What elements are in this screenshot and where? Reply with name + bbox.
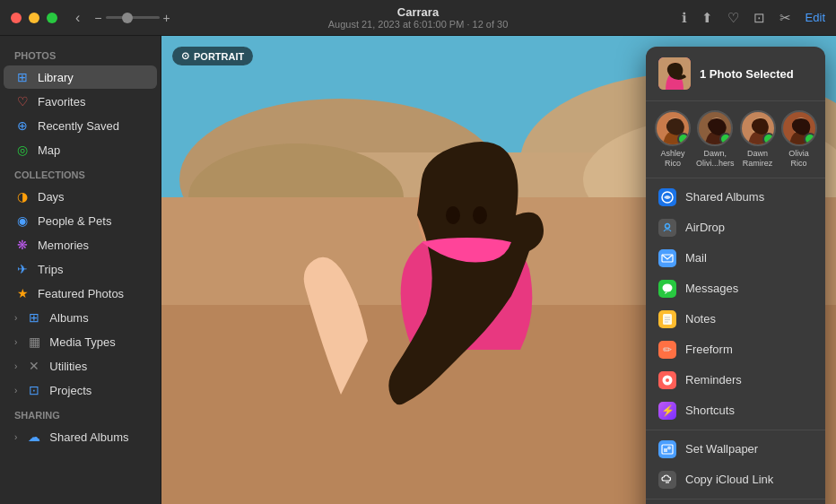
menu-mail[interactable]: Mail	[646, 243, 825, 274]
sidebar-section-collections: Collections	[0, 162, 161, 184]
svg-rect-32	[664, 448, 667, 452]
mail-label: Mail	[685, 251, 707, 265]
sidebar-item-utilities[interactable]: › ✕ Utilities	[4, 354, 157, 378]
photo-area: ⊙ PORTRAIT 1 Photo Selected	[161, 36, 836, 504]
svg-point-22	[666, 223, 670, 228]
sidebar-label-memories: Memories	[38, 239, 89, 252]
portrait-icon: ⊙	[181, 50, 189, 62]
svg-point-24	[663, 283, 673, 291]
svg-point-10	[473, 206, 487, 224]
share-icon[interactable]: ⬆	[701, 10, 713, 26]
sidebar-label-map: Map	[38, 143, 60, 157]
sidebar-item-albums[interactable]: › ⊞ Albums	[4, 306, 157, 329]
map-icon: ◎	[14, 143, 30, 157]
library-icon: ⊞	[14, 70, 30, 84]
sidebar-label-media: Media Types	[49, 335, 115, 349]
zoom-thumb	[122, 13, 133, 23]
messages-icon	[658, 280, 676, 298]
projects-chevron: ›	[14, 386, 17, 395]
memories-icon: ❋	[14, 238, 30, 252]
traffic-lights	[11, 13, 57, 23]
shared-chevron: ›	[14, 432, 17, 442]
olivia-badge	[804, 133, 816, 145]
sidebar-item-recently-saved[interactable]: ⊕ Recently Saved	[4, 114, 157, 137]
menu-icloud-link[interactable]: Copy iCloud Link	[646, 465, 825, 495]
olivia-avatar	[781, 110, 817, 146]
person-olivia[interactable]: Olivia Rico	[781, 110, 817, 169]
edit-button[interactable]: Edit	[806, 11, 825, 24]
shortcuts-label: Shortcuts	[685, 404, 735, 417]
back-arrow[interactable]: ‹	[75, 10, 80, 26]
zoom-in-icon[interactable]: +	[163, 11, 170, 25]
menu-notes[interactable]: Notes	[646, 304, 825, 335]
notes-icon	[658, 310, 676, 328]
icloud-link-icon	[658, 471, 676, 489]
sidebar-item-people-pets[interactable]: ◉ People & Pets	[4, 209, 157, 232]
menu-wallpaper[interactable]: Set Wallpaper	[646, 434, 825, 465]
icloud-link-label: Copy iCloud Link	[685, 473, 773, 486]
zoom-out-icon[interactable]: −	[94, 11, 101, 25]
sidebar-item-map[interactable]: ◎ Map	[4, 138, 157, 161]
zoom-controls: − +	[94, 11, 170, 25]
person-ashley[interactable]: AshleyRico	[655, 110, 691, 169]
menu-reminders[interactable]: Reminders	[646, 365, 825, 395]
ashley-badge	[677, 133, 690, 145]
sidebar-label-albums: Albums	[49, 311, 88, 325]
close-button[interactable]	[11, 13, 22, 23]
nav-controls: ‹ − +	[75, 10, 170, 26]
svg-point-30	[666, 378, 669, 382]
reminders-label: Reminders	[685, 373, 742, 387]
featured-icon: ★	[14, 286, 30, 300]
menu-freeform[interactable]: ✏ Freeform	[646, 335, 825, 365]
menu-shortcuts[interactable]: ⚡ Shortcuts	[646, 395, 825, 426]
info-icon[interactable]: ℹ	[682, 10, 687, 26]
sidebar-item-shared-albums[interactable]: › ☁ Shared Albums	[4, 425, 157, 448]
menu-messages[interactable]: Messages	[646, 274, 825, 304]
wallpaper-label: Set Wallpaper	[685, 442, 758, 456]
sidebar-item-days[interactable]: ◑ Days	[4, 185, 157, 208]
dawn-badge	[719, 133, 732, 145]
freeform-icon: ✏	[658, 341, 676, 359]
media-icon: ▦	[26, 335, 42, 349]
shared-albums-menu-label: Shared Albums	[685, 190, 764, 204]
menu-airdrop[interactable]: AirDrop	[646, 213, 825, 243]
titlebar-center: Carrara August 21, 2023 at 6:01:00 PM · …	[328, 5, 509, 30]
person-dawn-olivi[interactable]: Dawn,Olivi...hers	[696, 110, 735, 169]
window-subtitle: August 21, 2023 at 6:01:00 PM · 12 of 30	[328, 19, 509, 30]
sidebar-item-projects[interactable]: › ⊡ Projects	[4, 378, 157, 402]
sidebar-label-favorites: Favorites	[38, 95, 85, 109]
maximize-button[interactable]	[47, 13, 57, 23]
sidebar-item-memories[interactable]: ❋ Memories	[4, 233, 157, 256]
share-thumbnail	[658, 57, 691, 90]
share-header: 1 Photo Selected	[646, 47, 825, 101]
ashley-label: AshleyRico	[660, 149, 684, 169]
minimize-button[interactable]	[29, 13, 39, 23]
zoom-slider[interactable]	[106, 16, 160, 19]
sidebar: Photos ⊞ Library ♡ Favorites ⊕ Recently …	[0, 36, 161, 504]
sidebar-item-media-types[interactable]: › ▦ Media Types	[4, 330, 157, 353]
portrait-badge: ⊙ PORTRAIT	[172, 47, 253, 65]
utilities-icon: ✕	[26, 359, 42, 373]
media-chevron: ›	[14, 337, 17, 347]
sidebar-item-favorites[interactable]: ♡ Favorites	[4, 90, 157, 113]
menu-shared-albums[interactable]: Shared Albums	[646, 182, 825, 213]
sidebar-label-days: Days	[38, 190, 65, 204]
albums-chevron: ›	[14, 313, 17, 323]
sidebar-item-trips[interactable]: ✈ Trips	[4, 257, 157, 281]
menu-divider-1	[646, 430, 825, 430]
adjust-icon[interactable]: ✂	[779, 10, 791, 26]
shared-albums-menu-icon	[658, 188, 676, 206]
crop-icon[interactable]: ⊡	[753, 10, 765, 26]
titlebar-actions: ℹ ⬆ ♡ ⊡ ✂ Edit	[682, 10, 825, 26]
sidebar-item-library[interactable]: ⊞ Library	[4, 65, 157, 89]
projects-icon: ⊡	[26, 383, 42, 397]
mail-icon	[658, 249, 676, 267]
heart-icon[interactable]: ♡	[727, 10, 739, 26]
share-menu: Shared Albums AirDrop Mail	[646, 178, 825, 504]
ashley-avatar	[655, 110, 691, 146]
freeform-label: Freeform	[685, 343, 733, 356]
dawn-ramirez-badge	[762, 133, 775, 145]
sidebar-item-featured-photos[interactable]: ★ Featured Photos	[4, 282, 157, 305]
dawn-olivi-label: Dawn,Olivi...hers	[696, 149, 735, 169]
person-dawn-ramirez[interactable]: DawnRamirez	[740, 110, 776, 169]
